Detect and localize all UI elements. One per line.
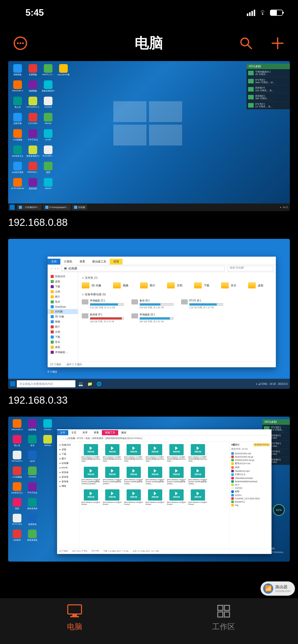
- explorer-search: 搜索"此电脑": [227, 266, 273, 271]
- computer-ip-label: 192.168.0.88: [8, 217, 290, 228]
- address-bar: 💻 › 此电脑: [61, 266, 225, 271]
- folder-item: 3D 对象: [82, 282, 101, 288]
- computer-card[interactable]: NetLimiter 4城通网盘uTorrent荒人传蓝鸟flashspHDTu…: [8, 417, 290, 562]
- disk-sidebar-widget: 2021(桌面) 可移动磁盘(K:)45 可用共…8T3号(E:)3044 可用…: [247, 64, 290, 109]
- video-file: RMVB[bbs.hanamo.com][Unknown: [82, 489, 100, 509]
- tab-computers[interactable]: 电脑: [0, 603, 149, 644]
- computer-list: 控制面板百度网盘net123_V1…net123P2P版NetLimiter 4…: [0, 61, 298, 562]
- desktop-icon: 115电脑版: [11, 466, 23, 481]
- system-tray: ●06 亿: [280, 206, 288, 209]
- panel-file-item: 截图: [231, 490, 270, 493]
- search-button[interactable]: [238, 35, 254, 51]
- bottom-tab-bar: 电脑 工作区: [0, 598, 298, 644]
- desktop-icon: RunLwMo…: [42, 145, 55, 160]
- windows-taskbar: 在这里输入你要搜索的内容 💻📁🌐 ∧ 🔊 ENG 14:32 2021/11/: [8, 379, 290, 389]
- panel-file-item: mkvd8132.mp4: [231, 469, 270, 473]
- sidebar-item: ▸ 新加卷: [57, 475, 79, 479]
- sidebar-item: 此电脑: [48, 309, 78, 314]
- video-file: RMVB[bbs.hanamo.com][MANME]幸福(HareGuuDel…: [188, 444, 207, 464]
- computer-card[interactable]: 控制面板百度网盘net123_V1…net123P2P版NetLimiter 4…: [8, 61, 290, 228]
- svg-rect-14: [224, 612, 229, 617]
- svg-rect-13: [218, 612, 223, 617]
- video-file: RMVB[bbs.hanamo.com][Unknown subtitles][…: [167, 467, 186, 486]
- svg-rect-10: [70, 616, 79, 617]
- desktop-icon: HDTunePro: [11, 451, 23, 465]
- disk-row: 新加卷(I:)395 可用共…: [247, 93, 290, 101]
- desktop-icon: 游戏手柄: [11, 113, 24, 127]
- explorer-tab: 计算机: [60, 259, 76, 265]
- desktop-icon: 360软件管家: [11, 162, 24, 176]
- sidebar-item: 视频: [48, 319, 78, 324]
- svg-point-1: [17, 42, 19, 44]
- sidebar-item: 本地磁盘…: [48, 350, 78, 355]
- explorer-main: ∨ 文件夹 (7) 3D 对象视频图片文档下载音乐桌面 ∨ 设备和驱动器 (5)…: [78, 272, 276, 362]
- more-button[interactable]: [12, 35, 29, 51]
- desktop-icon: ATTO Disk Benchmark: [11, 178, 24, 192]
- computer-ip-label: 192.168.0.33: [8, 394, 290, 406]
- page-title: 电脑: [135, 34, 163, 53]
- desktop-icon: uTorrent: [42, 97, 55, 111]
- video-file: RMVB[bbs.hanamo.com][Unknown: [188, 489, 207, 509]
- sidebar-item: ▸ 快速访问: [57, 443, 79, 447]
- sidebar-item: ▸ 新加卷: [57, 470, 79, 475]
- safe-badge: 安全防护已开启: [253, 443, 270, 446]
- folder-item: 文档: [167, 282, 182, 288]
- desktop-icon: 115电脑版: [11, 129, 24, 143]
- panel-file-item: CeoMSK_v3.0.2020.0518: [231, 497, 270, 500]
- disk-sidebar-header: 2021(桌面): [262, 419, 290, 425]
- file-tab: 查看: [91, 430, 102, 435]
- grid-icon: [215, 603, 233, 619]
- desktop-icons: NetLimiter 4城通网盘uTorrent荒人传蓝鸟flashspHDTu…: [11, 419, 54, 544]
- sidebar-item: ▸ 图片: [57, 456, 79, 461]
- desktop-icon: 拼多多商家打印组件: [42, 80, 55, 95]
- desktop-icon: 蓝鸟: [26, 435, 39, 449]
- desktop-icon: net123P2P版: [57, 64, 70, 78]
- sidebar-item: 音乐: [48, 299, 78, 304]
- video-file: RMVB[bbs.hanamo.com][Unknown subtitles][…: [188, 467, 207, 486]
- tab-label: 工作区: [212, 622, 235, 632]
- explorer-status-bar: 12 个项目 选中 1 个项目: [48, 362, 276, 367]
- folder-item: 桌面: [248, 282, 263, 288]
- desktop-icon: 迅雷游戏: [26, 178, 39, 192]
- computer-card[interactable]: 文件计算机查看驱动器工具管理 ← → ↑ 💻 › 此电脑 搜索"此电脑" 快速访…: [8, 239, 290, 406]
- explorer-sidebar: 快速访问桌面下载文档图片音乐OneDrive此电脑3D 对象视频图片文档下载音乐…: [48, 272, 78, 362]
- windows-taskbar: …日尚最的NT…D:\xampp\apach…此电脑 ●06 亿: [8, 203, 290, 211]
- panel-file-item: ZZZ20210301.tar.gz: [231, 458, 270, 462]
- desktop-icon: uTorrent: [41, 419, 54, 433]
- add-button[interactable]: [269, 35, 286, 51]
- sidebar-item: OneDrive: [48, 304, 78, 309]
- folder-item: 视频: [113, 282, 128, 288]
- video-file: RMVB[bbs.hanamo.com][Unknown subtitles][…: [146, 467, 165, 486]
- disk-row: 8T2号(F:)14 可用共… 共…: [247, 101, 290, 110]
- panel-file-item: dm20210301.sql: [231, 452, 270, 455]
- file-tab: 视频工具: [102, 430, 118, 435]
- panel-file-item: BaiduNetdiskDownload: [231, 480, 270, 483]
- file-browser-window: 文件主页共享查看视频工具播放 ← → ↑ │ 此电脑 › 8T3号 › 动漫 ›…: [57, 429, 272, 554]
- video-file: RMVB[bbs.hanamo.com][Unknown: [103, 489, 122, 509]
- taskbar-item: 此电脑: [72, 204, 87, 210]
- disk-sidebar-header: 2021(桌面): [247, 64, 290, 69]
- desktop-icon: flashsp: [41, 435, 54, 449]
- file-sidebar: ▸ 快速访问▸ 桌面▸ 下载▸ 图片▸ 此电脑▸ 8T3号▸ 新加卷▸ 新加卷▸…: [57, 442, 79, 549]
- desktop-icon: 5.(3.2)361: [26, 113, 39, 127]
- activate-windows-watermark: 激活 Windows 转到"设置"以激活 Windows。: [255, 546, 285, 554]
- video-file: RMVB[bbs.hanamo.com][Unknown: [124, 489, 143, 509]
- svg-rect-9: [72, 614, 77, 616]
- sidebar-item: ▸ 桌面: [57, 447, 79, 452]
- tab-workspace[interactable]: 工作区: [149, 603, 298, 644]
- video-file: RMVB[bbs.hanamo.com][MANME]幸福(HareGuuDel…: [146, 444, 165, 464]
- sidebar-item: 下载: [48, 284, 78, 289]
- svg-rect-11: [218, 605, 223, 610]
- desktop-icon: 荒人传: [11, 97, 24, 111]
- battery-icon: [270, 10, 283, 16]
- sidebar-item: 音乐: [48, 340, 78, 345]
- svg-rect-8: [68, 605, 82, 614]
- taskbar-item: D:\xampp\apach…: [43, 204, 71, 210]
- file-explorer-window: 文件计算机查看驱动器工具管理 ← → ↑ 💻 › 此电脑 搜索"此电脑" 快速访…: [48, 257, 276, 367]
- sidebar-item: ▸ 下载: [57, 452, 79, 456]
- explorer-tab: 驱动器工具: [89, 259, 110, 265]
- tab-label: 电脑: [67, 622, 82, 632]
- computer-thumbnail: 控制面板百度网盘net123_V1…net123P2P版NetLimiter 4…: [8, 61, 290, 211]
- video-file: RMVB[bbs.hanamo.com][MANME]幸福(HareGuuDel…: [82, 444, 100, 464]
- sidebar-item: 图片: [48, 324, 78, 329]
